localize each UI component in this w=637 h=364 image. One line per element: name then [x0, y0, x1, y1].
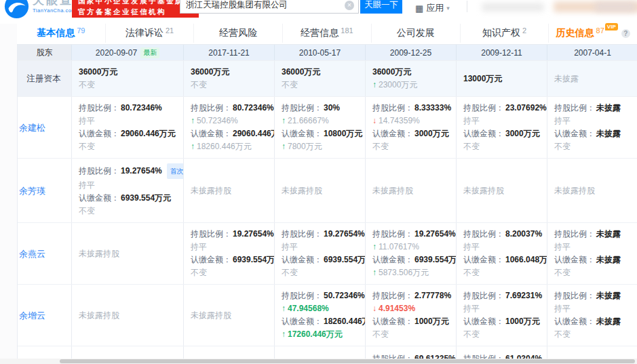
cell-line: 认缴金额：10800万元 — [282, 127, 358, 140]
cell-line: 持股比例：30% — [282, 102, 358, 115]
arrow-up-icon: ↑ — [191, 140, 195, 153]
apps-menu[interactable]: ▦ 应用 ▾ — [415, 2, 450, 14]
cell-line: 认缴金额：1000万元 — [372, 315, 449, 328]
table-cell: 持股比例：2.77778%↓4.91453%认缴金额：1000万元不变 — [366, 285, 457, 346]
page: 天眼查 TianYanCha.com 国家中小企业发展子基金旗下 官方备案企业征… — [0, 0, 637, 364]
tab-business-info[interactable]: 经营信息 181 — [282, 24, 371, 43]
table-body: 注册资本36000万元不变36000万元不变36000万元不变36000万元↑2… — [18, 60, 637, 364]
column-date: 2009-12-25 — [390, 48, 431, 58]
no-change-line: 不变 — [372, 140, 449, 153]
table-row: 注册资本36000万元不变36000万元不变36000万元不变36000万元↑2… — [18, 60, 637, 96]
undisclosed-text: 未披露持股 — [191, 310, 267, 321]
tab-historical-info[interactable]: 历史信息 87 VIP ? — [548, 24, 637, 43]
tab-business-risk[interactable]: 经营风险 — [193, 24, 282, 43]
cell-line: 认缴金额：1000万元 — [463, 315, 540, 328]
table-row: 余燕云未披露持股持股比例：19.27654%持平认缴金额：6939.554万元不… — [18, 222, 637, 284]
column-date: 2010-05-17 — [299, 48, 341, 58]
tab-label: 历史信息 — [556, 27, 594, 39]
tab-legal-proceedings[interactable]: 法律诉讼 21 — [105, 24, 194, 43]
table-cell: 36000万元不变 — [72, 61, 184, 96]
trend-line: ↓4.91453% — [372, 302, 449, 315]
undisclosed-text: 未披露持股 — [79, 310, 176, 321]
chevron-down-icon: ▾ — [446, 5, 450, 12]
cell-line: 持股比例：19.27654% — [372, 228, 449, 241]
tab-company-development[interactable]: 公司发展 — [371, 24, 460, 43]
shareholder-link[interactable]: 余芳瑛 — [19, 184, 45, 197]
tianyancha-logo[interactable]: 天眼查 TianYanCha.com — [4, 0, 76, 19]
apps-grid-icon: ▦ — [415, 4, 423, 13]
shareholder-link[interactable]: 余增云 — [19, 309, 45, 322]
cell-line: 持股比例：19.27654%首次参股 — [79, 163, 176, 179]
row-name-cell: 注册资本 — [18, 61, 72, 96]
clear-search-icon[interactable]: × — [345, 1, 354, 10]
cell-line: 认缴金额：18260.446万元 — [282, 315, 358, 328]
trend-line: ↑21.66667% — [282, 115, 358, 127]
undisclosed-text: 未披露持股 — [191, 185, 267, 197]
tab-label: 经营风险 — [219, 27, 257, 39]
no-change-line: 不变 — [282, 266, 358, 279]
trend-line: ↑17260.446万元 — [282, 328, 358, 341]
cell-line: 持股比例：7.69231% — [463, 289, 540, 302]
no-change-line: 持平 — [463, 241, 540, 254]
cell-line: 持股比例：8.20037% — [463, 228, 540, 241]
cell-line: 认缴金额：6939.554万元 — [282, 254, 358, 266]
trend-line: ↑7800万元 — [282, 140, 358, 153]
table-cell: 持股比例：19.27654%首次参股持平认缴金额：6939.554万元不变 — [72, 159, 184, 222]
no-change-line: 持平 — [554, 115, 631, 127]
trend-line: ↑47.94568% — [282, 302, 358, 315]
table-cell: 持股比例：19.27654%持平认缴金额：6939.554万元不变 — [184, 223, 275, 284]
no-change-line: 不变 — [282, 79, 358, 92]
cell-line: 13000万元 — [463, 73, 540, 85]
no-change-line: 持平 — [463, 302, 540, 315]
cell-line: 持股比例：80.72346% — [79, 102, 176, 115]
cell-line: 36000万元 — [79, 66, 176, 79]
tab-intellectual-property[interactable]: 知识产权 2 — [460, 24, 549, 43]
table-cell: 未披露持股 — [184, 159, 275, 222]
cell-line: 认缴金额：6939.554万元 — [79, 192, 176, 205]
table-cell: 未披露 — [547, 61, 637, 96]
no-change-line: 不变 — [372, 328, 449, 341]
cell-line: 持股比例：未披露 — [554, 228, 631, 241]
table-row: 余建松持股比例：80.72346%持平认缴金额：29060.446万元不变持股比… — [18, 96, 637, 158]
shareholder-link[interactable]: 余建松 — [19, 121, 45, 134]
date-column-header: 2010-05-17 — [275, 45, 366, 60]
no-change-line: 持平 — [463, 115, 540, 127]
arrow-up-icon: ↑ — [191, 115, 195, 127]
horizontal-scrollbar[interactable] — [0, 359, 637, 364]
no-change-line: 持平 — [79, 179, 176, 192]
help-icon[interactable]: ? — [621, 29, 630, 38]
date-column-header: 2009-12-25 — [366, 45, 457, 60]
trend-line: ↑18260.446万元 — [191, 140, 267, 153]
no-change-line: 持平 — [79, 115, 176, 127]
shareholder-link[interactable]: 余燕云 — [19, 247, 45, 260]
table-cell: 持股比例：50.72346%↑47.94568%认缴金额：18260.446万元… — [275, 285, 366, 346]
search-box: × — [180, 0, 359, 14]
apps-label: 应用 — [426, 2, 444, 14]
tab-label: 经营信息 — [301, 27, 339, 39]
scrollbar-thumb[interactable] — [60, 359, 635, 363]
arrow-up-icon: ↑ — [282, 328, 286, 341]
cell-line: 认缴金额：6939.554万元 — [191, 254, 267, 266]
search-button[interactable]: 天眼一下 — [360, 0, 402, 14]
arrow-down-icon: ↓ — [372, 302, 377, 315]
no-change-line: 不变 — [463, 140, 540, 153]
cell-line: 认缴金额：6939.554万元 — [372, 254, 449, 266]
cert-line-2: 官方备案企业征信机构 — [78, 6, 193, 17]
cell-line: 持股比例：未披露 — [554, 102, 631, 115]
trend-line: ↓14.74359% — [372, 115, 449, 127]
row-name-cell: 余建松 — [18, 97, 72, 158]
search-input[interactable] — [180, 1, 345, 10]
table-cell: 持股比例：8.20037%持平认缴金额：1066.048万元不变 — [457, 223, 547, 284]
cell-line: 持股比例：未披露 — [554, 289, 631, 302]
cell-line: 36000万元 — [372, 66, 449, 79]
first-participation-badge: 首次参股 — [167, 163, 184, 179]
table-cell: 未披露持股 — [72, 285, 184, 346]
tab-basic-info[interactable]: 基本信息 79 — [17, 24, 105, 43]
table-cell: 36000万元不变 — [184, 61, 275, 96]
no-change-line: 持平 — [191, 241, 267, 254]
no-change-line: 持平 — [554, 302, 631, 315]
brand-name: 天眼查 — [33, 0, 76, 7]
no-change-line: 不变 — [79, 140, 176, 153]
cell-line: 持股比例：8.33333% — [372, 102, 449, 115]
tab-count: 79 — [77, 26, 85, 35]
